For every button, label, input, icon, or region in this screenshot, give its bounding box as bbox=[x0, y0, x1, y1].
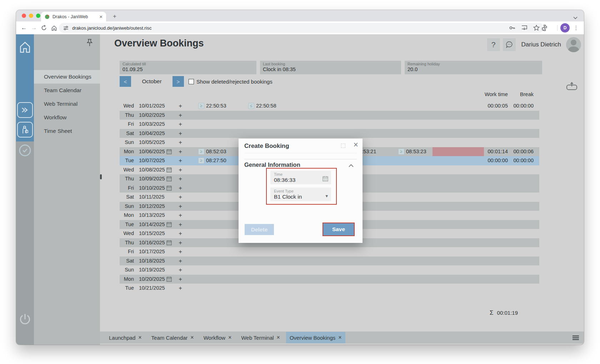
hr-person-icon[interactable] bbox=[17, 122, 33, 138]
row-calendar-icon[interactable] bbox=[166, 240, 172, 245]
pin-icon[interactable] bbox=[86, 39, 94, 47]
home-button[interactable] bbox=[49, 23, 59, 33]
maximize-dialog-icon[interactable] bbox=[341, 144, 345, 148]
module-tab-close-icon[interactable]: × bbox=[277, 334, 280, 341]
booking-row-10-17-2025[interactable]: Fri10/17/2025+ bbox=[120, 247, 539, 256]
minimize-window-button[interactable] bbox=[29, 14, 33, 18]
module-tab-web-terminal[interactable]: Web Terminal× bbox=[238, 332, 284, 343]
chat-button[interactable] bbox=[503, 38, 516, 51]
add-booking-button[interactable]: + bbox=[178, 147, 183, 156]
row-calendar-icon[interactable] bbox=[166, 176, 172, 181]
add-booking-button[interactable]: + bbox=[178, 184, 183, 193]
tab-search-chevron-icon[interactable] bbox=[573, 14, 578, 21]
module-tab-close-icon[interactable]: × bbox=[190, 334, 194, 341]
row-calendar-icon[interactable] bbox=[166, 167, 172, 173]
sidebar-item-overview-bookings[interactable]: Overview Bookings bbox=[34, 70, 100, 84]
row-calendar-icon[interactable] bbox=[166, 222, 172, 227]
tab-close-icon[interactable]: × bbox=[99, 14, 102, 20]
add-booking-button[interactable]: + bbox=[178, 120, 183, 129]
new-tab-button[interactable]: + bbox=[110, 13, 119, 21]
module-tab-close-icon[interactable]: × bbox=[338, 334, 341, 341]
row-calendar-icon[interactable] bbox=[166, 276, 172, 282]
clock-in-booking[interactable]: ≥08:52:03 bbox=[198, 147, 226, 156]
previous-month-button[interactable]: < bbox=[120, 76, 131, 87]
next-month-button[interactable]: > bbox=[172, 76, 184, 87]
time-picker-calendar-icon[interactable] bbox=[322, 176, 328, 181]
module-tab-close-icon[interactable]: × bbox=[228, 334, 231, 341]
extensions-puzzle-icon[interactable] bbox=[541, 23, 548, 33]
browser-profile-avatar[interactable]: D bbox=[560, 23, 570, 33]
booking-row-10-01-2025[interactable]: Wed10/01/2025+≥22:50:53≤22:50:5800:00:05… bbox=[120, 101, 539, 111]
clock-in-booking[interactable]: ≥08:53:23 bbox=[398, 147, 426, 156]
tabbar-menu-icon[interactable] bbox=[572, 335, 579, 341]
add-booking-button[interactable]: + bbox=[178, 111, 183, 120]
forward-button[interactable]: → bbox=[29, 23, 39, 33]
site-settings-icon[interactable] bbox=[63, 25, 69, 31]
booking-row-10-21-2025[interactable]: Tue10/21/2025+ bbox=[120, 284, 539, 293]
install-app-icon[interactable] bbox=[521, 25, 528, 31]
module-tab-overview-bookings[interactable]: Overview Bookings× bbox=[286, 332, 345, 343]
row-calendar-icon[interactable] bbox=[166, 185, 172, 191]
launchpad-home-icon[interactable] bbox=[18, 40, 32, 54]
browser-tab[interactable]: Drakos - JaniWeb × bbox=[41, 12, 106, 21]
add-booking-button[interactable]: + bbox=[178, 193, 183, 202]
save-button[interactable]: Save bbox=[323, 223, 354, 235]
add-booking-button[interactable]: + bbox=[178, 238, 183, 248]
sidebar-item-workflow[interactable]: Workflow bbox=[34, 111, 100, 124]
module-tab-launchpad[interactable]: Launchpad× bbox=[105, 332, 145, 343]
password-key-icon[interactable] bbox=[509, 25, 515, 31]
web-terminal-icon[interactable] bbox=[17, 102, 33, 118]
dropdown-arrow-icon[interactable]: ▾ bbox=[325, 193, 328, 199]
show-deleted-checkbox[interactable] bbox=[189, 79, 194, 84]
add-booking-button[interactable]: + bbox=[178, 265, 183, 275]
add-booking-button[interactable]: + bbox=[178, 156, 183, 165]
sidebar-item-time-sheet[interactable]: Time Sheet bbox=[34, 124, 100, 138]
module-tab-workflow[interactable]: Workflow× bbox=[200, 332, 235, 343]
time-clock-icon[interactable] bbox=[18, 143, 32, 158]
add-booking-button[interactable]: + bbox=[178, 256, 183, 266]
browser-menu-icon[interactable]: ⋮ bbox=[572, 23, 580, 33]
time-field[interactable]: Time 08:36:33 bbox=[270, 171, 331, 184]
bookmark-star-icon[interactable] bbox=[533, 25, 540, 31]
booking-row-10-04-2025[interactable]: Sat10/04/2025+ bbox=[120, 129, 539, 138]
row-calendar-icon[interactable] bbox=[166, 149, 172, 154]
booking-row-10-03-2025[interactable]: Fri10/03/2025+ bbox=[120, 120, 539, 129]
zoom-window-button[interactable] bbox=[36, 14, 40, 18]
logout-power-icon[interactable] bbox=[18, 312, 32, 326]
booking-row-10-02-2025[interactable]: Thu10/02/2025+ bbox=[120, 111, 539, 120]
clock-in-booking[interactable]: ≥08:27:50 bbox=[198, 156, 226, 165]
close-window-button[interactable] bbox=[22, 14, 26, 18]
add-booking-button[interactable]: + bbox=[178, 211, 183, 220]
add-booking-button[interactable]: + bbox=[178, 247, 183, 256]
clock-in-booking[interactable]: ≥22:50:53 bbox=[198, 101, 226, 111]
event-type-select[interactable]: Event Type B1 Clock in ▾ bbox=[270, 188, 331, 201]
booking-row-10-18-2025[interactable]: Sat10/18/2025+ bbox=[120, 256, 539, 266]
add-booking-button[interactable]: + bbox=[178, 101, 183, 111]
error-booking-cell[interactable] bbox=[432, 147, 484, 156]
splitter-handle[interactable] bbox=[100, 174, 102, 179]
sidebar-item-team-calendar[interactable]: Team Calendar bbox=[34, 84, 100, 97]
add-booking-button[interactable]: + bbox=[178, 165, 183, 175]
user-avatar[interactable] bbox=[566, 37, 581, 52]
add-booking-button[interactable]: + bbox=[178, 229, 183, 238]
help-button[interactable]: ? bbox=[487, 38, 500, 51]
clock-out-booking[interactable]: ≤22:50:58 bbox=[248, 101, 276, 111]
back-button[interactable]: ← bbox=[19, 23, 29, 33]
add-booking-button[interactable]: + bbox=[178, 275, 183, 284]
delete-button[interactable]: Delete bbox=[245, 224, 274, 235]
sidebar-item-web-terminal[interactable]: Web Terminal bbox=[34, 97, 100, 111]
module-tab-team-calendar[interactable]: Team Calendar× bbox=[148, 332, 198, 343]
add-booking-button[interactable]: + bbox=[178, 220, 183, 229]
add-booking-button[interactable]: + bbox=[178, 174, 183, 184]
add-booking-button[interactable]: + bbox=[178, 129, 183, 138]
booking-row-10-20-2025[interactable]: Mon10/20/2025+ bbox=[120, 275, 539, 284]
add-booking-button[interactable]: + bbox=[178, 138, 183, 147]
general-information-section[interactable]: General Information bbox=[244, 161, 300, 168]
reload-button[interactable] bbox=[39, 23, 49, 33]
add-booking-button[interactable]: + bbox=[178, 284, 183, 293]
add-booking-button[interactable]: + bbox=[178, 202, 183, 211]
address-bar[interactable]: drakos.janicloud.de/janiweb/outest.risc bbox=[59, 23, 544, 33]
close-dialog-icon[interactable]: × bbox=[354, 140, 358, 150]
booking-row-10-19-2025[interactable]: Sun10/19/2025+ bbox=[120, 265, 539, 275]
module-tab-close-icon[interactable]: × bbox=[138, 334, 141, 341]
